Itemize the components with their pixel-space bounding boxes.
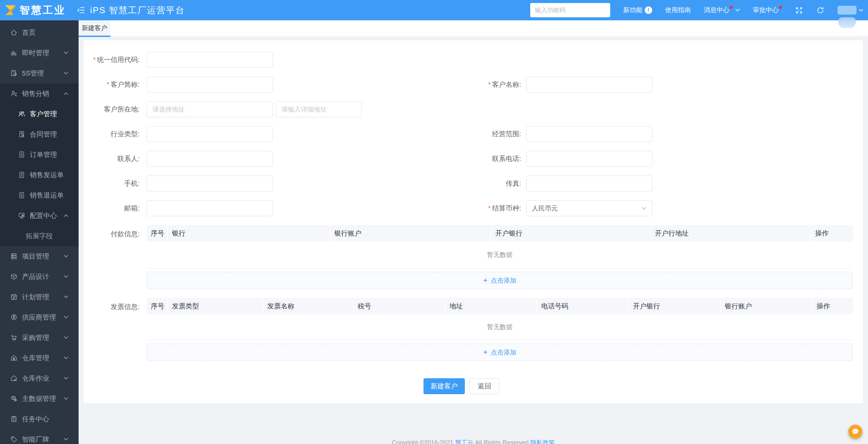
invoice-add-row-button[interactable]: + 点击添加 [147, 344, 853, 361]
sidebar-item-extended-fields[interactable]: 拓展字段 [0, 226, 79, 246]
sidebar-item-task-center[interactable]: 任务中心 [0, 409, 79, 429]
user-share-icon [10, 90, 18, 97]
sidebar-item-realtime-mgmt[interactable]: 即时管理 [0, 43, 79, 63]
message-center-link[interactable]: 消息中心 [704, 6, 740, 15]
currency-select-value: 人民币元 [532, 204, 558, 213]
back-button[interactable]: 返回 [470, 378, 499, 394]
page-title: iPS 智慧工厂运营平台 [90, 4, 185, 16]
column-header: 电话号码 [537, 298, 629, 314]
shopping-cart-icon [10, 334, 18, 341]
exclamation-badge-icon: ! [645, 6, 652, 14]
sidebar-item-5s-mgmt[interactable]: 5S管理 [0, 63, 79, 83]
user-menu[interactable] [838, 6, 863, 15]
invoice-table-empty-state: 暂无数据 [147, 314, 853, 340]
sidebar-item-sales-shipment[interactable]: 销售发运单 [0, 165, 79, 185]
column-header: 银行账户 [330, 225, 491, 241]
fax-input[interactable] [526, 176, 653, 191]
industry-input[interactable] [147, 126, 273, 142]
column-header: 银行账户 [721, 298, 812, 314]
sidebar-item-customer-mgmt[interactable]: 客户管理 [0, 104, 79, 124]
contract-icon [18, 130, 25, 138]
location-label: 客户所在地: [84, 105, 140, 114]
sidebar-item-product-design[interactable]: 产品设计 [0, 266, 79, 287]
footer-copyright: Copyright ©2016-2021 慧工云 All Rights Rese… [79, 439, 868, 444]
short-name-input[interactable] [147, 77, 273, 93]
sidebar-item-plan-mgmt[interactable]: 计划管理 [0, 287, 79, 307]
payment-add-row-button[interactable]: + 点击添加 [147, 272, 853, 289]
sidebar-item-sales-return[interactable]: 销售退运单 [0, 185, 79, 205]
form-row-location: 客户所在地: [84, 101, 863, 117]
approval-center-link[interactable]: 审批中心 [753, 6, 782, 15]
email-input[interactable] [147, 200, 273, 216]
column-header: 序号 [147, 298, 168, 314]
sidebar-item-supplier-mgmt[interactable]: 供应商管理 [0, 307, 79, 327]
phone-input[interactable] [526, 151, 653, 167]
required-asterisk: * [488, 204, 491, 212]
credit-code-input[interactable] [147, 52, 273, 68]
column-header: 开户银行 [491, 225, 651, 241]
user-guide-link[interactable]: 使用指南 [665, 6, 691, 15]
column-header: 发票名称 [263, 298, 354, 314]
sidebar-item-master-data-mgmt[interactable]: 主数据管理 [0, 388, 79, 409]
tab-new-customer[interactable]: 新建客户 [79, 20, 110, 37]
rights-text: All Rights Reserved [475, 439, 529, 444]
payment-table-empty-state: 暂无数据 [147, 241, 853, 268]
location-detail-input[interactable] [276, 101, 362, 117]
sidebar-item-contract-mgmt[interactable]: 合同管理 [0, 124, 79, 144]
form-row-names: *客户简称: *客户名称: [84, 77, 863, 93]
add-row-label: 点击添加 [491, 276, 516, 285]
new-feature-link[interactable]: 新功能 ! [623, 6, 652, 15]
menu-collapse-icon[interactable] [77, 6, 85, 15]
mobile-input[interactable] [147, 176, 273, 191]
chevron-down-icon [64, 397, 68, 400]
sidebar-item-warehouse-ops[interactable]: 仓库作业 [0, 368, 79, 388]
customer-name-input[interactable] [526, 77, 653, 93]
submit-new-customer-button[interactable]: 新建客户 [423, 378, 465, 394]
business-scope-label: 经营范围: [273, 129, 521, 139]
chevron-down-icon [64, 275, 68, 278]
empty-text: 暂无数据 [487, 323, 513, 331]
approval-center-label: 审批中心 [753, 6, 779, 15]
function-code-input[interactable] [530, 3, 610, 17]
invoice-table: 序号 发票类型 发票名称 税号 地址 电话号码 开户银行 银行账户 操作 暂无数… [147, 298, 853, 361]
currency-select[interactable]: 人民币元 [526, 200, 653, 216]
form-row-email: 邮箱: *结算币种: 人民币元 [84, 200, 863, 216]
sidebar-item-warehouse-mgmt[interactable]: 仓库管理 [0, 348, 79, 368]
column-header: 操作 [811, 225, 853, 241]
form-row-mobile: 手机: 传真: [84, 176, 863, 191]
sidebar-item-purchase-mgmt[interactable]: 采购管理 [0, 327, 79, 348]
sidebar-item-order-mgmt[interactable]: 订单管理 [0, 144, 79, 165]
avatar-photo [838, 17, 856, 28]
company-link[interactable]: 慧工云 [455, 439, 473, 444]
invoice-info-section: 发票信息: 序号 发票类型 发票名称 税号 地址 电话号码 开户银行 银行账户 … [84, 298, 863, 361]
box-gear-icon [10, 395, 18, 402]
fax-label: 传真: [273, 179, 521, 188]
form-actions: 新建客户 返回 [79, 378, 851, 394]
form-row-credit-code: *统一信用代码: [84, 52, 863, 68]
chat-support-button[interactable] [848, 425, 862, 439]
plus-icon: + [483, 276, 488, 285]
chevron-down-icon [64, 72, 68, 75]
privacy-policy-link[interactable]: 隐私政策 [530, 439, 555, 444]
chevron-down-icon [64, 377, 68, 380]
sidebar-item-sales-distribution[interactable]: 销售分销 [0, 83, 79, 104]
plus-icon: + [483, 348, 488, 357]
credit-code-label: *统一信用代码: [84, 55, 140, 64]
refresh-icon[interactable] [816, 6, 825, 15]
warehouse-icon [10, 375, 18, 382]
sidebar-item-home[interactable]: 首页 [0, 22, 79, 43]
sidebar-item-smart-plate[interactable]: 智能厂牌 [0, 429, 79, 444]
payment-table-header: 序号 银行 银行账户 开户银行 开户行地址 操作 [147, 225, 853, 241]
chevron-down-icon [64, 51, 68, 55]
sidebar-item-config-center[interactable]: 配置中心 [0, 205, 79, 226]
logo-text: 智慧工业 [20, 3, 66, 17]
business-scope-input[interactable] [526, 126, 653, 142]
users-icon [18, 110, 25, 118]
sidebar-item-project-mgmt[interactable]: 项目管理 [0, 246, 79, 266]
contact-input[interactable] [147, 151, 273, 167]
fullscreen-icon[interactable] [795, 6, 803, 15]
location-select-input[interactable] [147, 101, 273, 117]
industry-label: 行业类型: [84, 129, 140, 139]
column-header: 开户行地址 [651, 225, 811, 241]
tab-bar: 新建客户 [79, 20, 868, 37]
